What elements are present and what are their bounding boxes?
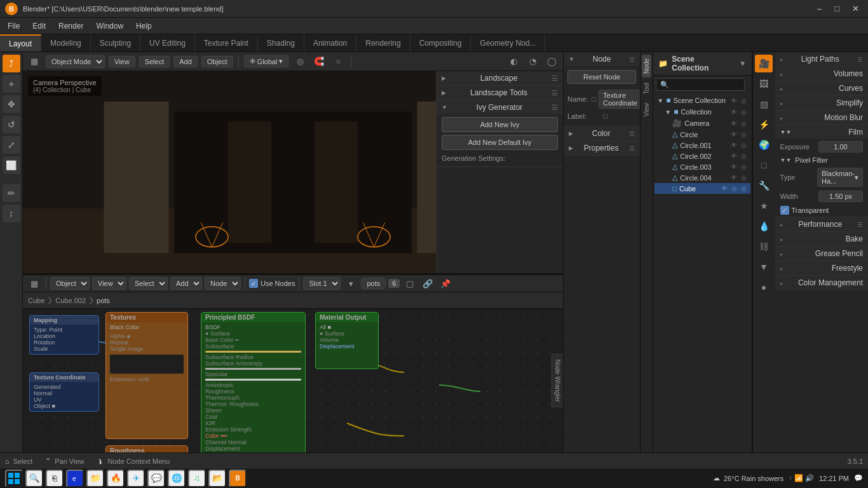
add-default-ivy-btn[interactable]: Add New Default Ivy (442, 135, 558, 150)
object-icon-btn[interactable]: □ (755, 156, 773, 174)
maximize-button[interactable]: □ (831, 3, 843, 15)
bake-header[interactable]: Bake (775, 232, 868, 246)
exposure-value[interactable]: 1.00 (818, 141, 863, 152)
menu-file[interactable]: File (3, 20, 25, 32)
viewport-shading-btn[interactable]: ◐ (506, 54, 521, 69)
tab-geometry-nodes[interactable]: Geometry Nod... (471, 34, 545, 51)
node-node-select[interactable]: Node (205, 277, 241, 290)
firefox-button[interactable]: 🔥 (107, 470, 125, 487)
rotate-tool-btn[interactable]: ↺ (3, 116, 20, 133)
data-icon-btn[interactable]: ▼ (755, 258, 773, 276)
window-controls[interactable]: – □ ✕ (813, 3, 863, 15)
node-side-tab[interactable]: Node (642, 55, 651, 78)
move-tool-btn[interactable]: ✥ (3, 95, 20, 113)
node-mode-select[interactable]: View (92, 277, 126, 290)
output-icon-btn[interactable]: 🖼 (755, 75, 773, 93)
telegram-button[interactable]: ✈ (127, 470, 145, 487)
file-explorer-button[interactable]: 📁 (86, 470, 104, 487)
c004-render[interactable]: ◎ (740, 173, 748, 182)
pivot-btn[interactable]: ◎ (292, 54, 308, 69)
tab-animation[interactable]: Animation (304, 34, 356, 51)
object-btn[interactable]: Object (201, 56, 233, 67)
node-editor-type-btn[interactable]: ▦ (27, 276, 42, 291)
chrome-button[interactable]: 🌐 (168, 470, 186, 487)
c001-eye[interactable]: 👁 (729, 141, 738, 149)
film-header[interactable]: ▼ Film (775, 125, 868, 139)
circle004-row[interactable]: △ Circle.004 👁 ◎ (654, 172, 750, 183)
constraints-icon-btn[interactable]: ⛓ (755, 238, 773, 255)
blender-taskbar-button[interactable]: B (229, 470, 247, 487)
scale-tool-btn[interactable]: ⤢ (3, 136, 20, 154)
proportional-btn[interactable]: ○ (330, 54, 346, 69)
modifier-icon-btn[interactable]: 🔧 (755, 177, 773, 194)
lp-header[interactable]: Light Paths ☰ (775, 52, 868, 66)
circle001-row[interactable]: △ Circle.001 👁 ◎ (654, 140, 750, 151)
c003-eye[interactable]: 👁 (729, 163, 738, 171)
slot-select[interactable]: Slot 1 (303, 277, 341, 290)
material-link-btn[interactable]: 🔗 (420, 276, 435, 291)
cursor-tool-btn[interactable]: ⌖ (3, 75, 20, 93)
cube-row[interactable]: □ Cube 👁 ◎ ◎ (654, 183, 750, 194)
circle-row[interactable]: △ Circle 👁 ◎ (654, 129, 750, 140)
circle003-row[interactable]: △ Circle.003 👁 ◎ (654, 161, 750, 172)
annotate-tool-btn[interactable]: ✏ (3, 184, 20, 202)
explorer-button[interactable]: 📂 (208, 470, 226, 487)
edge-button[interactable]: e (66, 470, 84, 487)
view-btn[interactable]: View (109, 56, 135, 67)
camera-row[interactable]: 🎥 Camera 👁 ◎ (654, 118, 750, 129)
circle-render[interactable]: ◎ (740, 130, 748, 139)
gp-header[interactable]: Grease Pencil (775, 247, 868, 261)
material-pin-btn[interactable]: 📌 (438, 276, 453, 291)
pf-width-value[interactable]: 1.50 px (818, 191, 863, 202)
scene-icon-btn[interactable]: ⚡ (755, 116, 773, 133)
task-view-button[interactable]: ⎗ (46, 470, 64, 487)
menu-render[interactable]: Render (53, 20, 88, 32)
tab-rendering[interactable]: Rendering (356, 34, 410, 51)
coll-render[interactable]: ◎ (740, 108, 748, 116)
circle-eye[interactable]: 👁 (729, 130, 738, 139)
search-button[interactable]: 🔍 (25, 470, 43, 487)
world-icon-btn[interactable]: 🌍 (755, 136, 773, 154)
tab-texture-paint[interactable]: Texture Paint (195, 34, 258, 51)
tab-modeling[interactable]: Modeling (41, 34, 91, 51)
material-browse-btn[interactable]: ▾ (343, 276, 358, 291)
perf-header[interactable]: Performance ☰ (775, 217, 868, 231)
add-btn[interactable]: Add (173, 56, 198, 67)
transform-global-btn[interactable]: ❈ Global ▾ (244, 55, 289, 67)
c001-render[interactable]: ◎ (740, 141, 748, 149)
tool-side-tab[interactable]: Tool (642, 79, 651, 98)
pf-type-dropdown[interactable]: Blackman-Ha... ▾ (817, 168, 863, 187)
c004-eye[interactable]: 👁 (729, 173, 738, 182)
mb-header[interactable]: Motion Blur (775, 111, 868, 125)
node-add-select[interactable]: Add (170, 277, 202, 290)
snap-btn[interactable]: 🧲 (311, 54, 327, 69)
outliner-filter-btn[interactable]: ▼ (739, 59, 747, 68)
cube-render[interactable]: ◎ (730, 184, 738, 193)
cube-extra[interactable]: ◎ (740, 184, 748, 193)
node-section-header[interactable]: Node ☰ (564, 52, 640, 66)
simp-header[interactable]: Simplify (775, 96, 868, 110)
collection-row[interactable]: ▼ ■ Collection 👁 ◎ (654, 106, 750, 118)
minimize-button[interactable]: – (813, 3, 825, 15)
start-button[interactable] (5, 470, 23, 487)
cm-header[interactable]: Color Management (775, 276, 868, 290)
bc-cube[interactable]: Cube (28, 297, 44, 304)
outliner-search-input[interactable] (656, 78, 745, 91)
menu-help[interactable]: Help (131, 20, 157, 32)
tab-sculpting[interactable]: Sculpting (91, 34, 140, 51)
circle002-row[interactable]: △ Circle.002 👁 ◎ (654, 151, 750, 161)
close-button[interactable]: ✕ (848, 3, 863, 15)
ivy-gen-header[interactable]: Ivy Generator ☰ (437, 100, 563, 114)
measure-tool-btn[interactable]: ↕ (3, 205, 20, 222)
viewport-editor-type-btn[interactable]: ▦ (27, 54, 42, 69)
use-nodes-checkbox[interactable]: ✓ (249, 279, 258, 288)
cam-render[interactable]: ◎ (740, 119, 748, 128)
scene-eye-icon[interactable]: 👁 (729, 97, 738, 105)
cube-eye[interactable]: 👁 (720, 184, 729, 193)
node-canvas[interactable]: Mapping Type: Point Location Rotation Sc… (23, 309, 563, 452)
bc-cube002[interactable]: Cube.002 (55, 297, 86, 304)
view-side-tab[interactable]: View (642, 99, 651, 121)
view-layer-icon-btn[interactable]: ▧ (755, 95, 773, 113)
tab-uv-editing[interactable]: UV Editing (140, 34, 195, 51)
viewport-xray-btn[interactable]: ◯ (544, 54, 559, 69)
